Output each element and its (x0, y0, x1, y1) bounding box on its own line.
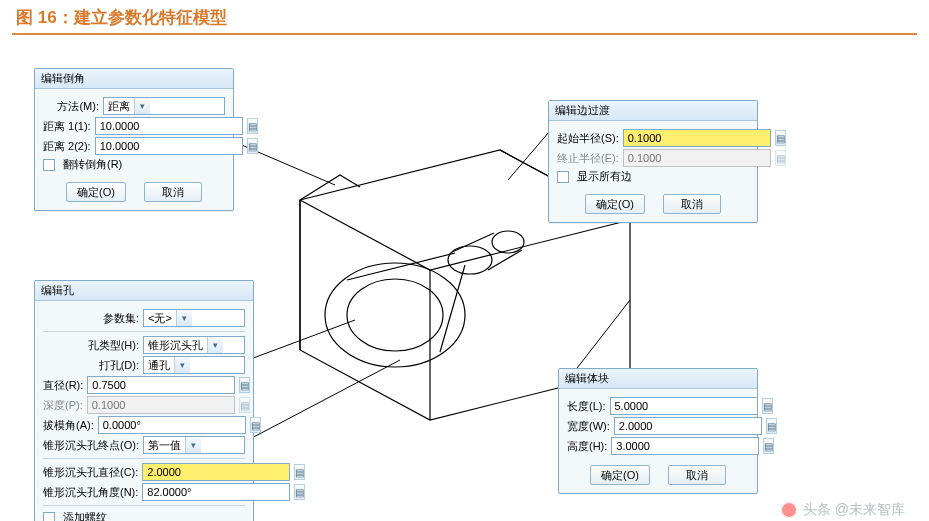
chamfer-flip-checkbox[interactable] (43, 159, 55, 171)
block-wid-label: 宽度(W): (567, 419, 610, 434)
hole-thread-label: 添加螺纹 (63, 510, 107, 521)
measure-icon[interactable]: ▤ (762, 398, 773, 414)
chamfer-method-dropdown[interactable]: 距离 ▾ (103, 97, 225, 115)
canvas: 编辑倒角 方法(M): 距离 ▾ 距离 1(1): ▤ 距离 2(2): ▤ (0, 40, 929, 521)
hole-drill-label: 打孔(D): (43, 358, 139, 373)
chamfer-dist2-label: 距离 2(2): (43, 139, 91, 154)
hole-drill-dropdown[interactable]: 通孔 ▾ (143, 356, 245, 374)
hole-paramset-dropdown[interactable]: <无> ▾ (143, 309, 245, 327)
cancel-button[interactable]: 取消 (663, 194, 721, 214)
measure-icon[interactable]: ▤ (775, 130, 786, 146)
blend-end-input (623, 149, 771, 167)
block-len-label: 长度(L): (567, 399, 606, 414)
panel-blend: 编辑边过渡 起始半径(S): ▤ 终止半径(E): ▤ 显示所有边 确定(O) … (548, 100, 758, 223)
block-hei-input[interactable] (611, 437, 759, 455)
hole-type-dropdown[interactable]: 锥形沉头孔 ▾ (143, 336, 245, 354)
hole-dia-label: 直径(R): (43, 378, 83, 393)
blend-start-label: 起始半径(S): (557, 131, 619, 146)
chevron-down-icon: ▾ (174, 357, 190, 373)
blend-end-label: 终止半径(E): (557, 151, 619, 166)
block-len-input[interactable] (610, 397, 758, 415)
hole-thread-checkbox[interactable] (43, 512, 55, 522)
ok-button[interactable]: 确定(O) (590, 465, 650, 485)
panel-block: 编辑体块 长度(L): ▤ 宽度(W): ▤ 高度(H): ▤ 确定(O) 取消 (558, 368, 758, 494)
chamfer-method-value: 距离 (108, 99, 130, 114)
svg-point-3 (492, 231, 524, 253)
panel-blend-title: 编辑边过渡 (549, 101, 757, 121)
hole-dia-input[interactable] (87, 376, 235, 394)
blend-showall-label: 显示所有边 (577, 169, 632, 184)
hole-paramset-label: 参数集: (43, 311, 139, 326)
hole-type-label: 孔类型(H): (43, 338, 139, 353)
measure-icon[interactable]: ▤ (250, 417, 261, 433)
hole-endpt-value: 第一值 (148, 438, 181, 453)
panel-chamfer: 编辑倒角 方法(M): 距离 ▾ 距离 1(1): ▤ 距离 2(2): ▤ (34, 68, 234, 211)
measure-icon[interactable]: ▤ (239, 377, 250, 393)
measure-icon[interactable]: ▤ (247, 138, 258, 154)
chamfer-dist2-input[interactable] (95, 137, 243, 155)
figure-title: 图 16：建立参数化特征模型 (0, 0, 929, 33)
measure-icon[interactable]: ▤ (763, 438, 774, 454)
hole-cang-label: 锥形沉头孔角度(N): (43, 485, 138, 500)
block-hei-label: 高度(H): (567, 439, 607, 454)
hole-endpt-dropdown[interactable]: 第一值 ▾ (143, 436, 245, 454)
block-wid-input[interactable] (614, 417, 762, 435)
panel-chamfer-title: 编辑倒角 (35, 69, 233, 89)
measure-icon[interactable]: ▤ (294, 464, 305, 480)
svg-point-1 (347, 279, 443, 351)
measure-icon[interactable]: ▤ (247, 118, 258, 134)
watermark-icon (781, 502, 797, 518)
hole-cang-input[interactable] (142, 483, 290, 501)
cancel-button[interactable]: 取消 (144, 182, 202, 202)
chamfer-dist1-label: 距离 1(1): (43, 119, 91, 134)
cancel-button[interactable]: 取消 (668, 465, 726, 485)
chamfer-flip-label: 翻转倒角(R) (63, 157, 122, 172)
panel-hole-title: 编辑孔 (35, 281, 253, 301)
hole-drill-value: 通孔 (148, 358, 170, 373)
chamfer-method-label: 方法(M): (43, 99, 99, 114)
measure-icon[interactable]: ▤ (766, 418, 777, 434)
title-rule (12, 33, 917, 35)
measure-icon[interactable]: ▤ (294, 484, 305, 500)
blend-showall-checkbox[interactable] (557, 171, 569, 183)
hole-depth-label: 深度(P): (43, 398, 83, 413)
watermark-text: 头条 @未来智库 (803, 501, 905, 519)
hole-cdia-input[interactable] (142, 463, 290, 481)
hole-paramset-value: <无> (148, 311, 172, 326)
chevron-down-icon: ▾ (185, 437, 201, 453)
hole-tipang-input[interactable] (98, 416, 246, 434)
chevron-down-icon: ▾ (134, 98, 150, 114)
measure-icon: ▤ (775, 150, 786, 166)
measure-icon: ▤ (239, 397, 250, 413)
watermark: 头条 @未来智库 (781, 501, 905, 519)
hole-depth-input (87, 396, 235, 414)
hole-endpt-label: 锥形沉头孔终点(O): (43, 438, 139, 453)
hole-tipang-label: 拔模角(A): (43, 418, 94, 433)
panel-hole: 编辑孔 参数集: <无> ▾ 孔类型(H): 锥形沉头孔 ▾ 打孔(D): (34, 280, 254, 521)
hole-type-value: 锥形沉头孔 (148, 338, 203, 353)
ok-button[interactable]: 确定(O) (585, 194, 645, 214)
panel-block-title: 编辑体块 (559, 369, 757, 389)
chevron-down-icon: ▾ (207, 337, 223, 353)
hole-cdia-label: 锥形沉头孔直径(C): (43, 465, 138, 480)
blend-start-input[interactable] (623, 129, 771, 147)
ok-button[interactable]: 确定(O) (66, 182, 126, 202)
chamfer-dist1-input[interactable] (95, 117, 243, 135)
chevron-down-icon: ▾ (176, 310, 192, 326)
